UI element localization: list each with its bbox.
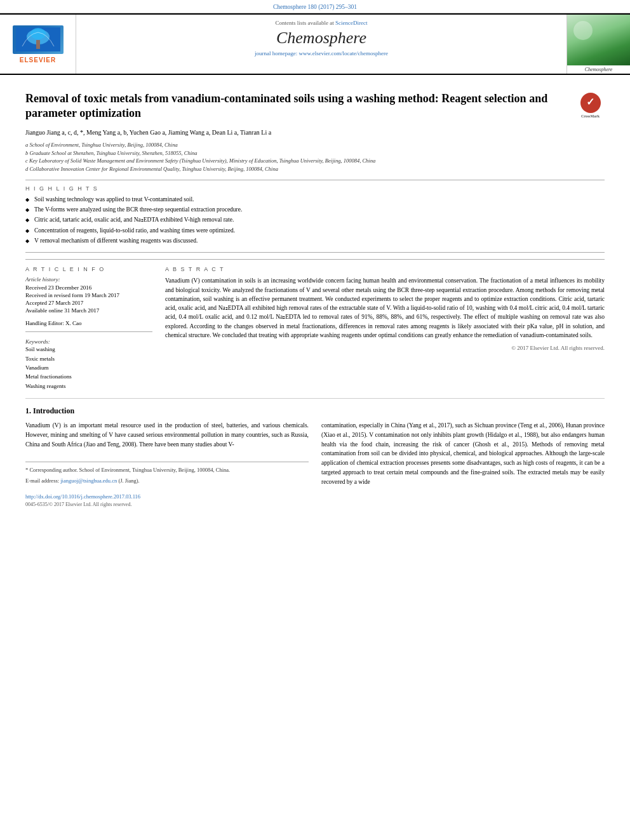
email-line: E-mail address: jianguoj@tsinghua.edu.cn… [25,477,309,485]
keyword-4: Metal fractionations [25,372,152,381]
abstract-label: A B S T R A C T [165,266,605,272]
homepage-url[interactable]: www.elsevier.com/locate/chemosphere [299,50,388,57]
highlight-5: V removal mechanism of different washing… [25,237,605,245]
corresponding-note: * Corresponding author. School of Enviro… [25,466,309,474]
article-info-label: A R T I C L E I N F O [25,266,152,272]
issn-line: 0045-6535/© 2017 Elsevier Ltd. All right… [25,501,309,509]
doi-link[interactable]: http://dx.doi.org/10.1016/j.chemosphere.… [25,493,309,501]
intro-right-para: contamination, especially in China (Yang… [321,421,605,486]
intro-two-col: Vanadium (V) is an important metal resou… [25,421,605,508]
sciencedirect-link[interactable]: ScienceDirect [335,20,367,26]
abstract-text: Vanadium (V) contamination in soils is a… [165,276,605,340]
paper-body: Removal of toxic metals from vanadium-co… [0,75,630,515]
keyword-2: Toxic metals [25,354,152,363]
journal-header: ELSEVIER Contents lists available at Sci… [0,13,630,75]
keyword-3: Vanadium [25,363,152,372]
intro-left-para: Vanadium (V) is an important metal resou… [25,421,309,449]
affiliation-c: c Key Laboratory of Solid Waste Manageme… [25,157,605,165]
keywords-label: Keywords: [25,338,152,345]
intro-left-col: Vanadium (V) is an important metal resou… [25,421,309,508]
sciencedirect-line: Contents lists available at ScienceDirec… [83,20,560,26]
abstract-col: A B S T R A C T Vanadium (V) contaminati… [165,266,605,390]
svg-point-3 [30,28,46,39]
affiliation-d: d Collaborative Innovation Center for Re… [25,165,605,173]
footer-section: * Corresponding author. School of Enviro… [25,462,309,508]
crossmark-circle: ✓ [580,93,601,113]
elsevier-tree-icon [16,27,60,51]
highlights-section: H I G H L I G H T S Soil washing technol… [25,180,605,253]
paper-title: Removal of toxic metals from vanadium-co… [25,91,605,121]
intro-right-col: contamination, especially in China (Yang… [321,421,605,508]
svg-rect-2 [36,40,40,49]
journal-name: Chemosphere [83,29,560,48]
divider-keywords [25,331,152,332]
keyword-1: Soil washing [25,345,152,354]
crossmark-badge[interactable]: ✓ CrossMark [576,91,605,120]
copyright-line: © 2017 Elsevier Ltd. All rights reserved… [165,345,605,351]
citation-text: Chemosphere 180 (2017) 295–301 [273,4,357,10]
highlight-2: The V-forms were analyzed using the BCR … [25,206,605,214]
highlight-3: Citric acid, tartaric acid, oxalic acid,… [25,216,605,224]
received-date: Received 23 December 2016 [25,284,152,291]
keywords-section: Keywords: Soil washing Toxic metals Vana… [25,338,152,390]
accepted-date: Accepted 27 March 2017 [25,300,152,306]
journal-homepage: journal homepage: www.elsevier.com/locat… [83,50,560,57]
highlights-label: H I G H L I G H T S [25,185,605,192]
journal-thumbnail-section: Chemosphere [566,15,630,74]
highlight-1: Soil washing technology was applied to t… [25,196,605,204]
email-link[interactable]: jianguoj@tsinghua.edu.cn [60,477,117,484]
journal-cover-image [567,15,630,65]
highlight-4: Concentration of reagents, liquid-to-sol… [25,227,605,235]
online-date: Available online 31 March 2017 [25,307,152,314]
article-info-abstract: A R T I C L E I N F O Article history: R… [25,259,605,390]
intro-title: 1. Introduction [25,406,605,416]
introduction-section: 1. Introduction Vanadium (V) is an impor… [25,406,605,508]
section-divider [25,398,605,399]
journal-title-section: Contents lists available at ScienceDirec… [76,15,566,74]
citation-bar: Chemosphere 180 (2017) 295–301 [0,0,630,13]
history-label: Article history: [25,276,152,283]
affiliation-a: a School of Environment, Tsinghua Univer… [25,141,605,149]
article-info-col: A R T I C L E I N F O Article history: R… [25,266,152,390]
journal-thumb-label: Chemosphere [567,65,630,74]
affiliation-b: b Graduate School at Shenzhen, Tsinghua … [25,149,605,157]
elsevier-logo-image [13,25,64,54]
keyword-5: Washing reagents [25,382,152,390]
elsevier-text: ELSEVIER [20,57,56,63]
authors-line: Jianguo Jiang a, c, d, *, Meng Yang a, b… [25,128,605,137]
revised-date: Received in revised form 19 March 2017 [25,292,152,298]
elsevier-logo-section: ELSEVIER [0,15,76,74]
handling-editor: Handling Editor: X. Cao [25,320,152,326]
affiliations: a School of Environment, Tsinghua Univer… [25,141,605,173]
crossmark-label: CrossMark [581,114,600,119]
elsevier-logo: ELSEVIER [13,25,64,63]
